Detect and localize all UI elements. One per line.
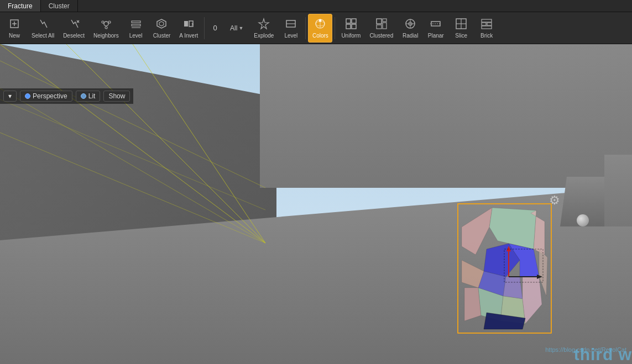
brick-button[interactable]: Brick: [474, 14, 499, 43]
uniform-icon: [345, 18, 357, 31]
clustered-label: Clustered: [369, 33, 393, 39]
svg-rect-27: [377, 19, 382, 24]
planar-icon: [430, 18, 442, 31]
select-all-label: Select All: [32, 33, 54, 39]
sphere-object: [577, 214, 589, 226]
lit-label: Lit: [88, 92, 96, 100]
svg-rect-40: [482, 19, 492, 22]
show-button[interactable]: Show: [103, 91, 130, 102]
select-all-button[interactable]: Select All: [28, 14, 58, 43]
fracture-object[interactable]: [459, 205, 550, 332]
deselect-label: Deselect: [63, 33, 85, 39]
svg-rect-28: [383, 19, 386, 22]
invert-icon: [182, 18, 195, 31]
viewport[interactable]: ⚙: [0, 44, 632, 364]
cluster-icon: [155, 18, 168, 31]
svg-rect-41: [482, 23, 486, 25]
slice-button[interactable]: Slice: [449, 14, 473, 43]
uniform-button[interactable]: Uniform: [337, 14, 364, 43]
explode-label: Explode: [254, 33, 274, 39]
explode-button[interactable]: Explode: [250, 14, 278, 43]
new-icon: [8, 18, 20, 31]
slice-icon: [455, 18, 467, 31]
uniform-label: Uniform: [341, 33, 361, 39]
colors-icon: [314, 18, 326, 31]
viewport-dropdown-arrow: ▾: [8, 92, 12, 100]
level-all-dropdown-icon: ▼: [238, 25, 243, 31]
svg-rect-30: [377, 25, 382, 29]
svg-point-8: [105, 27, 107, 29]
tab-cluster[interactable]: Cluster: [41, 0, 78, 12]
svg-rect-26: [352, 24, 356, 29]
level-label: Level: [129, 33, 143, 39]
separator-2: [305, 17, 306, 39]
cluster-label: Cluster: [153, 33, 171, 39]
svg-rect-14: [184, 21, 188, 27]
radial-button[interactable]: Radial: [398, 14, 422, 43]
tab-bar: Fracture Cluster: [0, 0, 632, 12]
lit-dot: [81, 93, 86, 99]
svg-rect-24: [352, 19, 356, 23]
level-all-label: All: [230, 24, 237, 32]
lit-button[interactable]: Lit: [76, 91, 101, 102]
perspective-label: Perspective: [33, 92, 67, 100]
cluster-button[interactable]: Cluster: [149, 14, 175, 43]
svg-rect-10: [132, 24, 140, 26]
svg-rect-23: [346, 19, 351, 23]
clustered-button[interactable]: Clustered: [365, 14, 397, 43]
viewport-controls-bar: ▾ Perspective Lit Show: [0, 88, 133, 104]
svg-marker-16: [259, 19, 269, 29]
colors-label: Colors: [312, 33, 328, 39]
slice-label: Slice: [455, 33, 467, 39]
level2-button[interactable]: Level: [279, 14, 303, 43]
planar-label: Planar: [428, 33, 444, 39]
brick-icon: [480, 18, 493, 31]
svg-marker-13: [159, 22, 164, 26]
radial-icon: [404, 18, 416, 31]
brick-label: Brick: [480, 33, 493, 39]
scene-wall-back: [260, 44, 632, 188]
planar-button[interactable]: Planar: [424, 14, 448, 43]
new-label: New: [9, 33, 20, 39]
invert-button[interactable]: A Invert: [175, 14, 202, 43]
colors-button[interactable]: Colors: [308, 14, 332, 43]
show-label: Show: [108, 92, 125, 100]
radial-label: Radial: [403, 33, 418, 39]
deselect-icon: [68, 18, 80, 31]
explode-num-value: 0: [211, 24, 220, 32]
level-button[interactable]: Level: [124, 14, 148, 43]
svg-rect-42: [487, 23, 492, 25]
explode-icon: [258, 18, 270, 31]
separator-3: [335, 17, 335, 39]
neighbors-label: Neighbors: [93, 33, 119, 39]
svg-point-5: [104, 22, 108, 26]
select-all-icon: [37, 18, 49, 31]
neighbors-icon: [100, 18, 112, 31]
deselect-button[interactable]: Deselect: [59, 14, 88, 43]
perspective-dot: [25, 93, 30, 99]
neighbors-button[interactable]: Neighbors: [90, 14, 123, 43]
explode-number: 0: [207, 14, 223, 43]
toolbar: New Select All Deselect: [0, 12, 632, 44]
geo-block-right-1: [604, 155, 632, 226]
invert-label: A Invert: [179, 33, 198, 39]
level2-icon: [285, 18, 297, 31]
svg-point-6: [102, 21, 104, 23]
level-icon: [130, 18, 142, 31]
fracture-selection-border: [457, 203, 552, 334]
clustered-icon: [375, 18, 388, 31]
separator-1: [204, 17, 205, 39]
svg-point-7: [108, 21, 111, 23]
watermark-text: third w: [574, 345, 632, 364]
level-all-dropdown[interactable]: All ▼: [224, 14, 249, 43]
svg-rect-25: [346, 24, 351, 29]
viewport-dropdown-button[interactable]: ▾: [3, 91, 17, 102]
svg-rect-9: [132, 21, 140, 23]
perspective-button[interactable]: Perspective: [20, 91, 72, 102]
tab-fracture[interactable]: Fracture: [0, 0, 41, 12]
svg-rect-29: [383, 23, 386, 29]
svg-marker-12: [157, 19, 166, 28]
level2-label: Level: [284, 33, 297, 39]
svg-rect-43: [482, 26, 492, 29]
new-button[interactable]: New: [2, 14, 27, 43]
